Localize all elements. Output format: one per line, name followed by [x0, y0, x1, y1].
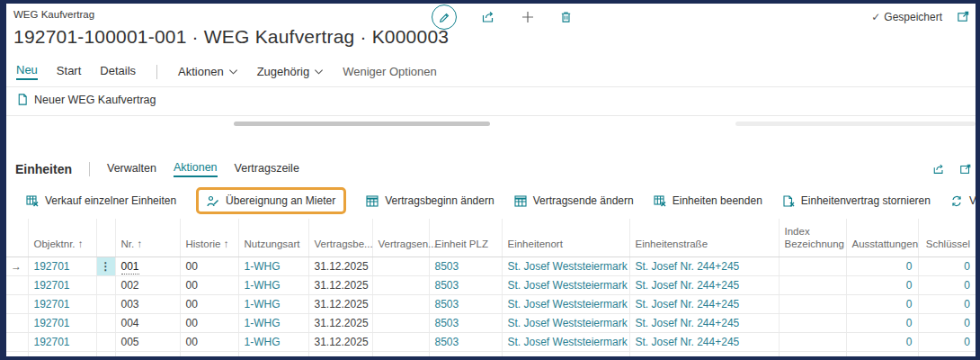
column-header-ort[interactable]: Einheitenort	[502, 219, 629, 256]
cell-strasse[interactable]: St. Josef Nr. 244+245	[629, 294, 779, 313]
cell-vertragsbeginn[interactable]: 31.12.2025	[308, 256, 372, 275]
neuer-weg-kaufvertrag-button[interactable]: Neuer WEG Kaufvertrag	[16, 93, 156, 106]
cell-ort[interactable]: St. Josef Weststeiermark	[502, 294, 629, 313]
menu-aktionen[interactable]: Aktionen	[178, 65, 238, 78]
cell-historie[interactable]: 00	[180, 294, 238, 313]
table-row[interactable]: 192701003001-WHG31.12.20258503St. Josef …	[6, 294, 976, 313]
cell-ausstattungen[interactable]: 0	[846, 294, 918, 313]
cell-ausstattungen[interactable]: 0	[846, 256, 918, 275]
cell-vertragsende[interactable]	[372, 256, 429, 275]
cell-historie[interactable]: 00	[180, 256, 238, 275]
cell-strasse[interactable]: St. Josef Nr. 244+245	[629, 275, 779, 294]
cell-nutzungsart[interactable]: 1-WHG	[238, 294, 308, 313]
cell-plz[interactable]: 8503	[429, 351, 502, 356]
cell-nutzungsart[interactable]: 1-WHG	[238, 256, 308, 275]
cell-index[interactable]	[779, 351, 846, 356]
table-row[interactable]: 192701004001-WHG31.12.20258503St. Josef …	[6, 313, 976, 332]
column-header-schluessel[interactable]: Schlüssel	[918, 219, 976, 256]
cell-vertragsende[interactable]	[372, 294, 429, 313]
cell-schluessel[interactable]: 0	[918, 256, 976, 275]
cell-strasse[interactable]: St. Josef Nr. 244+245	[629, 332, 779, 351]
action-vorschreibungen-uebertragen[interactable]: Vorschreibungen übertragen	[950, 194, 980, 207]
action-einheitenvertrag-stornieren[interactable]: Einheitenvertrag stornieren	[782, 194, 931, 207]
cell-strasse[interactable]: St. Josef Nr. 244+245	[629, 313, 779, 332]
cell-ausstattungen[interactable]: 0	[846, 332, 918, 351]
cell-nr[interactable]: 002	[115, 275, 180, 294]
cell-vertragsende[interactable]	[372, 351, 429, 356]
column-header-objektnr[interactable]: Objektnr. ↑	[28, 219, 96, 256]
cell-ort[interactable]: St. Josef Weststeiermark	[502, 275, 629, 294]
column-header-vertragsende[interactable]: Vertragsen...	[372, 219, 429, 256]
cell-vertragsbeginn[interactable]: 31.12.2025	[308, 275, 372, 294]
cell-schluessel[interactable]: 0	[918, 313, 976, 332]
cell-schluessel[interactable]: 0	[918, 275, 976, 294]
column-header-plz[interactable]: Einheit PLZ	[429, 219, 502, 256]
cell-index[interactable]	[779, 256, 846, 275]
cell-objektnr[interactable]: 192701	[28, 294, 96, 313]
cell-historie[interactable]: 00	[180, 351, 238, 356]
cell-vertragsende[interactable]	[372, 332, 429, 351]
column-header-vertragsbeginn[interactable]: Vertragsbe...	[308, 219, 372, 256]
table-row[interactable]: 192701002001-WHG31.12.20258503St. Josef …	[6, 275, 976, 294]
section-tab-verwalten[interactable]: Verwalten	[107, 162, 156, 176]
cell-schluessel[interactable]: 0	[918, 294, 976, 313]
delete-button[interactable]	[559, 10, 573, 24]
cell-plz[interactable]: 8503	[429, 294, 502, 313]
cell-index[interactable]	[779, 275, 846, 294]
cell-plz[interactable]: 8503	[429, 275, 502, 294]
cell-objektnr[interactable]: 192701	[28, 313, 96, 332]
cell-objektnr[interactable]: 192701	[28, 275, 96, 294]
cell-ausstattungen[interactable]: 0	[846, 275, 918, 294]
table-row[interactable]: →192701⋮001001-WHG31.12.20258503St. Jose…	[6, 256, 976, 275]
action-einheiten-beenden[interactable]: Einheiten beenden	[654, 194, 762, 207]
cell-index[interactable]	[779, 313, 846, 332]
cell-plz[interactable]: 8503	[429, 313, 502, 332]
cell-ort[interactable]: St. Josef Weststeiermark	[502, 313, 629, 332]
popout-button[interactable]	[957, 10, 970, 23]
cell-objektnr[interactable]: 192701	[28, 256, 96, 275]
row-menu-button[interactable]: ⋮	[96, 256, 115, 275]
weniger-optionen-button[interactable]: Weniger Optionen	[343, 65, 437, 78]
cell-nutzungsart[interactable]: 1-WHG	[238, 275, 308, 294]
cell-vertragsende[interactable]	[372, 313, 429, 332]
column-header-index[interactable]: Index Bezeichnung	[779, 219, 846, 256]
cell-ort[interactable]: St. Josef Weststeiermark	[502, 256, 629, 275]
section-tab-aktionen[interactable]: Aktionen	[174, 161, 218, 177]
cell-schluessel[interactable]: 0	[918, 332, 976, 351]
cell-objektnr[interactable]: 192701	[28, 351, 96, 356]
column-header-historie[interactable]: Historie ↑	[180, 219, 238, 256]
cell-schluessel[interactable]: 0	[918, 351, 976, 356]
cell-strasse[interactable]: St. Josef Nr. 244+245	[629, 256, 779, 275]
action-vertragsbeginn-aendern[interactable]: Vertragsbeginn ändern	[366, 194, 494, 207]
table-row[interactable]: 192701005001-WHG31.12.20258503St. Josef …	[6, 332, 976, 351]
cell-nutzungsart[interactable]: 1-WHG	[238, 313, 308, 332]
add-button[interactable]	[521, 10, 535, 24]
horizontal-scrollbar-thumb[interactable]	[234, 122, 490, 126]
cell-vertragsbeginn[interactable]: 31.12.2025	[308, 351, 372, 356]
cell-historie[interactable]: 00	[180, 313, 238, 332]
tab-neu[interactable]: Neu	[16, 63, 38, 80]
section-tab-vertragszeile[interactable]: Vertragszeile	[235, 162, 299, 176]
tab-start[interactable]: Start	[57, 64, 81, 79]
cell-vertragsbeginn[interactable]: 31.12.2025	[308, 332, 372, 351]
column-header-nutzungsart[interactable]: Nutzungsart	[238, 219, 308, 256]
cell-ausstattungen[interactable]: 0	[846, 313, 918, 332]
column-header-nr[interactable]: Nr. ↑	[115, 219, 180, 256]
action-uebereignung-an-mieter[interactable]: Übereignung an Mieter	[207, 194, 335, 207]
cell-plz[interactable]: 8503	[429, 332, 502, 351]
action-vertragsende-aendern[interactable]: Vertragsende ändern	[514, 194, 634, 207]
cell-ausstattungen[interactable]: 0	[846, 351, 918, 356]
cell-historie[interactable]: 00	[180, 332, 238, 351]
cell-objektnr[interactable]: 192701	[28, 332, 96, 351]
cell-strasse[interactable]: St. Josef Nr. 244+245	[629, 351, 779, 356]
cell-nr[interactable]: 004	[115, 313, 180, 332]
cell-nr[interactable]: 001	[115, 256, 180, 275]
cell-ort[interactable]: St. Josef Weststeiermark	[502, 332, 629, 351]
section-popout-button[interactable]	[959, 163, 972, 176]
horizontal-scrollbar-track[interactable]	[735, 122, 976, 126]
cell-vertragsbeginn[interactable]: 31.12.2025	[308, 313, 372, 332]
table-row[interactable]: 192701006001-WHG31.12.20258503St. Josef …	[6, 351, 976, 356]
cell-nr[interactable]: 005	[115, 332, 180, 351]
action-verkauf-einzelner-einheiten[interactable]: Verkauf einzelner Einheiten	[26, 194, 176, 207]
cell-historie[interactable]: 00	[180, 275, 238, 294]
